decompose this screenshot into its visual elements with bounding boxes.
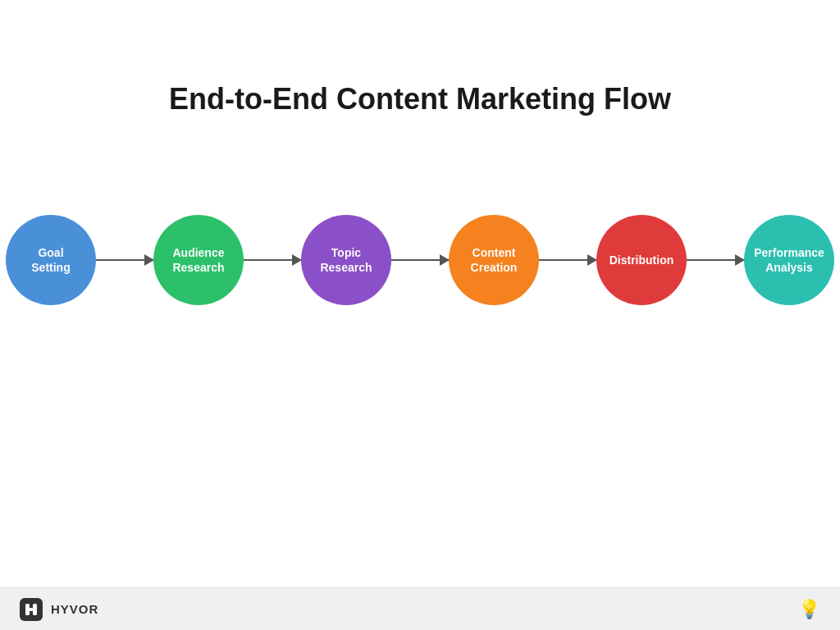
brand-icon — [20, 598, 43, 621]
arrow-line-3 — [391, 259, 449, 261]
footer: HYVOR 💡 — [0, 587, 840, 630]
node-goal-setting-label: GoalSetting — [31, 245, 70, 275]
arrow-line-4 — [539, 259, 596, 261]
node-topic-research-label: TopicResearch — [320, 245, 372, 275]
node-audience-research: AudienceResearch — [153, 215, 244, 305]
arrow-2 — [244, 259, 301, 261]
arrow-1 — [96, 259, 153, 261]
footer-brand: HYVOR — [20, 598, 98, 621]
node-audience-research-label: AudienceResearch — [172, 245, 224, 275]
node-performance-analysis: PerformanceAnalysis — [744, 215, 834, 305]
arrow-4 — [539, 259, 596, 261]
svg-rect-2 — [30, 608, 33, 611]
arrow-3 — [391, 259, 449, 261]
arrow-line-5 — [687, 259, 744, 261]
flow-diagram: GoalSetting AudienceResearch TopicResear… — [0, 215, 840, 305]
arrow-line-2 — [244, 259, 301, 261]
node-content-creation-label: ContentCreation — [471, 245, 518, 275]
node-performance-analysis-label: PerformanceAnalysis — [754, 245, 824, 275]
svg-rect-0 — [25, 604, 30, 615]
page-title: End-to-End Content Marketing Flow — [169, 82, 671, 116]
arrow-5 — [687, 259, 744, 261]
node-distribution: Distribution — [596, 215, 687, 305]
node-goal-setting: GoalSetting — [6, 215, 96, 305]
node-content-creation: ContentCreation — [449, 215, 539, 305]
node-topic-research: TopicResearch — [301, 215, 391, 305]
lightbulb-icon: 💡 — [798, 599, 820, 620]
arrow-line-1 — [96, 259, 153, 261]
node-distribution-label: Distribution — [609, 253, 674, 267]
main-content: End-to-End Content Marketing Flow GoalSe… — [0, 0, 840, 587]
svg-rect-1 — [33, 604, 37, 615]
brand-name: HYVOR — [51, 602, 98, 616]
